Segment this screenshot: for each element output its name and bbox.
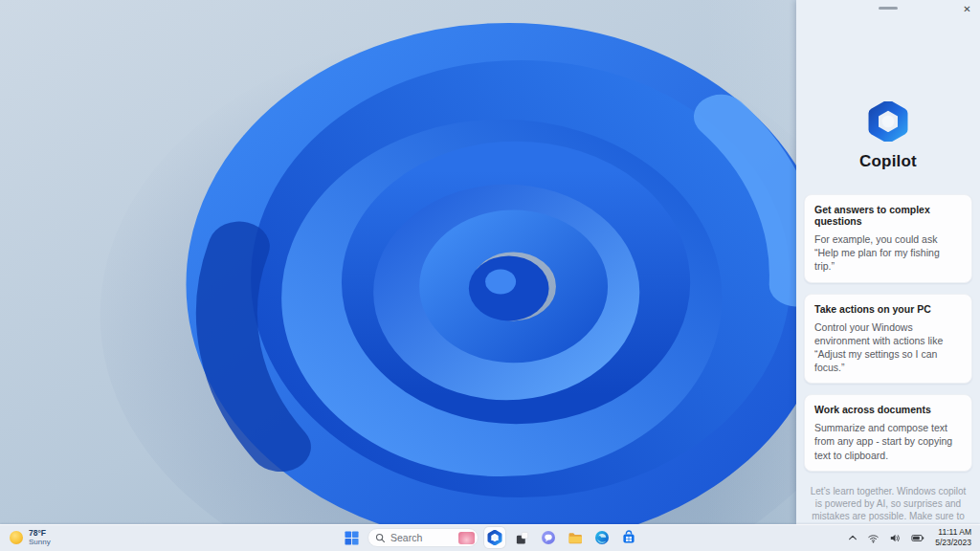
windows-logo-icon	[345, 531, 359, 545]
card-title: Take actions on your PC	[814, 303, 962, 315]
weather-temp: 78°F	[29, 528, 51, 538]
taskbar-edge-button[interactable]	[591, 527, 612, 548]
copilot-logo-icon	[868, 101, 908, 142]
taskbar-task-view-button[interactable]	[511, 527, 532, 548]
battery-icon	[911, 533, 924, 543]
network-button[interactable]	[865, 531, 881, 545]
speaker-icon	[889, 533, 902, 543]
system-tray: 11:11 AM 5/23/2023	[846, 524, 977, 551]
widgets-button[interactable]: 78°F Sunny	[3, 526, 56, 549]
chevron-up-icon	[848, 534, 858, 541]
card-take-actions[interactable]: Take actions on your PC Control your Win…	[804, 294, 972, 385]
task-view-icon	[515, 531, 529, 545]
copilot-icon	[487, 530, 502, 545]
sun-icon	[9, 530, 24, 545]
close-button[interactable]: ✕	[959, 2, 975, 17]
start-button[interactable]	[341, 527, 362, 548]
taskbar-copilot-button[interactable]	[484, 527, 505, 548]
clock[interactable]: 11:11 AM 5/23/2023	[932, 526, 974, 549]
taskbar-search[interactable]	[368, 528, 479, 547]
taskbar-chat-button[interactable]	[538, 527, 559, 548]
card-complex-questions[interactable]: Get answers to complex questions For exa…	[804, 194, 972, 283]
card-body: For example, you could ask “Help me plan…	[814, 232, 962, 274]
wifi-icon	[867, 533, 880, 543]
card-body: Summarize and compose text from any app …	[814, 421, 962, 462]
microsoft-store-icon	[621, 530, 636, 545]
suggestion-cards: Get answers to complex questions For exa…	[804, 194, 972, 472]
card-title: Get answers to complex questions	[814, 204, 962, 227]
battery-button[interactable]	[909, 531, 926, 545]
panel-titlebar: ✕	[796, 0, 980, 21]
chat-icon	[541, 530, 556, 545]
tray-time: 11:11 AM	[935, 527, 971, 538]
search-highlight-image[interactable]	[458, 532, 475, 544]
card-body: Control your Windows environment with ac…	[814, 320, 962, 375]
weather-condition: Sunny	[29, 538, 51, 547]
file-explorer-icon	[568, 530, 583, 545]
taskbar-center	[341, 527, 639, 548]
drag-handle[interactable]	[879, 7, 898, 10]
taskbar-store-button[interactable]	[618, 527, 639, 548]
taskbar-file-explorer-button[interactable]	[565, 527, 586, 548]
search-icon	[375, 533, 386, 543]
tray-date: 5/23/2023	[935, 538, 971, 548]
search-input[interactable]	[390, 532, 452, 543]
card-work-documents[interactable]: Work across documents Summarize and comp…	[804, 394, 972, 472]
taskbar: 78°F Sunny	[0, 524, 980, 551]
copilot-hero: Copilot	[796, 101, 980, 171]
card-title: Work across documents	[814, 404, 962, 415]
hidden-icons-button[interactable]	[846, 532, 859, 543]
panel-title: Copilot	[796, 152, 980, 171]
copilot-panel: ✕ Copilot Get answers to complex questio…	[796, 0, 980, 524]
volume-button[interactable]	[887, 531, 903, 545]
edge-icon	[594, 530, 610, 545]
